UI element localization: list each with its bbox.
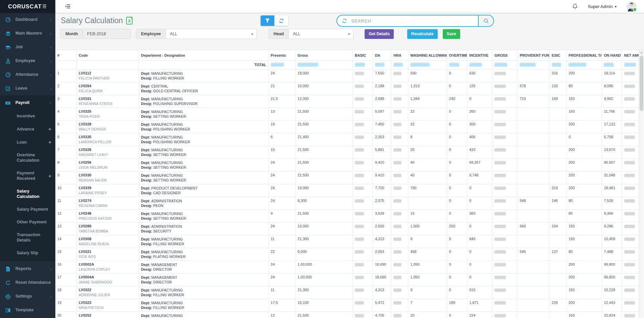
department-line: Dept: MANUFACTURING (141, 135, 266, 140)
cell-provident_fund: 545 (518, 248, 549, 261)
person-icon (5, 58, 11, 64)
column-header-overtime[interactable]: OVERTIME (447, 50, 467, 61)
sidebar-item-template[interactable]: Template (0, 303, 55, 317)
salary-table: #CodeDepartment - DesignationPresentsGro… (55, 50, 644, 318)
cell-hra (391, 133, 408, 146)
sidebar-subitem-incentive[interactable]: Incentive (0, 110, 55, 122)
search-input[interactable] (351, 18, 478, 24)
sidebar-item-reset-attendance[interactable]: Reset Attendance (0, 276, 55, 289)
sync-icon[interactable] (342, 18, 347, 23)
document-icon (5, 266, 11, 272)
employee-select[interactable]: ALL ▾ (166, 29, 257, 39)
cell-code: LV0322ADRIENNE JULIEN (76, 286, 139, 299)
sidebar-item-payroll[interactable]: Payroll› (0, 96, 55, 110)
column-header-esic[interactable]: ESIC (549, 50, 566, 61)
head-select[interactable]: ALL ▾ (289, 29, 353, 39)
cell-department-designation: Dept: MANUFACTURINGDesig: SETTING WORKER (139, 210, 268, 222)
sidebar-item-main-masters[interactable]: Main Masters› (0, 26, 55, 40)
redacted-value (393, 187, 401, 190)
redacted-value (494, 148, 506, 152)
redacted-value (624, 148, 635, 152)
cell-washing_allowance: 1,050 (408, 273, 447, 286)
sidebar-item-settings[interactable]: Settings› (0, 289, 55, 303)
sidebar-item-dashboard[interactable]: Dashboard› (0, 13, 55, 26)
cell-hra (391, 248, 408, 261)
sidebar-subitem-transaction-details[interactable]: Transaction Details (0, 228, 55, 247)
total-cell-basic (353, 61, 373, 69)
sidebar-toggle-icon[interactable] (65, 4, 71, 9)
column-header-incentive[interactable]: INCENTIVE (467, 50, 492, 61)
get-details-button[interactable]: Get Details (365, 29, 394, 39)
column-header-gross[interactable]: Gross (296, 50, 353, 61)
column-header-washing-allowance[interactable]: WASHING ALLOWANCE (408, 50, 447, 61)
column-header-presents[interactable]: Presents (268, 50, 295, 61)
cell-department-designation: Dept: CENTRALDesig: GOLD CENTRAL OFFICER (139, 82, 268, 95)
sidebar-item-employee[interactable]: Employee› (0, 54, 55, 68)
cell-da: 2,075 (373, 197, 391, 210)
cell-esic (549, 210, 566, 222)
column-header-no[interactable]: # (55, 50, 76, 61)
vertical-scrollbar[interactable]: ▲ (639, 50, 644, 318)
sidebar-item-leave[interactable]: Leave› (0, 82, 55, 95)
month-input[interactable]: FEB-2018 (83, 29, 130, 39)
designation-line: Desig: FILLING WORKER (141, 305, 266, 310)
column-header-professional-tax[interactable]: PROFESSIONAL TAX (567, 50, 602, 61)
title-row: Salary Calculation X (55, 14, 644, 28)
sidebar-subitem-salary-slip[interactable]: Salary Slip (0, 247, 55, 259)
column-header-gross-2[interactable]: GROSS (492, 50, 518, 61)
sidebar-subitem-salary-calculation[interactable]: Salary Calculation (0, 185, 55, 203)
cell-code: LV0248PRECIOUS KATZER (76, 210, 139, 222)
redacted-value (494, 123, 506, 126)
sidebar-subitem-payment-received[interactable]: Payment Received+ (0, 167, 55, 185)
save-button[interactable]: Save (443, 29, 460, 39)
sidebar-subitem-loan[interactable]: Loan+ (0, 136, 55, 149)
recalculate-button[interactable]: Recalculate (407, 29, 438, 39)
avatar[interactable] (627, 1, 637, 11)
cell-incentive: 845 (467, 235, 492, 248)
online-status-dot (633, 7, 637, 12)
column-header-provident-fund[interactable]: PROVIDENT FUND (518, 50, 549, 61)
scroll-up-arrow-icon[interactable]: ▲ (639, 50, 644, 55)
cell-provident_fund (518, 171, 549, 184)
cell-code: LV0323MINA PIETSCH (76, 299, 139, 312)
redacted-value (494, 199, 506, 203)
cell-on_hand: 99,800 (602, 273, 622, 286)
columns-icon (5, 307, 11, 313)
cell-incentive: 69,257 (467, 159, 492, 171)
sidebar-subitem-advance[interactable]: Advance+ (0, 122, 55, 136)
sidebar-subitem-other-payment[interactable]: Other Payment (0, 216, 55, 228)
cell-incentive: 1,671 (467, 299, 492, 312)
search-button[interactable] (478, 15, 493, 27)
export-excel-icon[interactable]: X (126, 17, 132, 24)
cell-row-number: 19 (55, 299, 76, 312)
sidebar-item-job[interactable]: Job› (0, 40, 55, 54)
cell-gross: 21,500 (296, 120, 353, 133)
redacted-value (624, 174, 635, 177)
column-header-hra[interactable]: HRA (391, 50, 408, 61)
cell-da: 5,881 (373, 146, 391, 159)
sidebar-subitem-salary-payment[interactable]: Salary Payment (0, 203, 55, 216)
employee-code: LV0335 (79, 135, 137, 139)
column-header-da[interactable]: DA (373, 50, 391, 61)
gauge-icon (5, 72, 11, 77)
total-cell-professional_tax (567, 61, 602, 69)
column-header-on-hand[interactable]: ON HAND (602, 50, 622, 61)
user-menu[interactable]: Super Admin ▾ (588, 4, 616, 9)
column-header-code[interactable]: Code (76, 50, 139, 61)
page-title: Salary Calculation X (61, 16, 132, 25)
cell-on_hand: 12,443 (602, 299, 622, 312)
sidebar-item-attendance[interactable]: Attendance› (0, 68, 55, 82)
cell-overtime: 0 (447, 133, 467, 146)
sidebar-subitem-overtime-calculation[interactable]: Overtime Calculation (0, 149, 55, 167)
refresh-button[interactable] (274, 15, 288, 26)
column-header-department-designation[interactable]: Department - Designation (139, 50, 268, 61)
column-header-basic[interactable]: BASIC (353, 50, 373, 61)
redacted-value (355, 288, 364, 292)
redacted-value (355, 225, 364, 228)
filter-button[interactable] (261, 15, 274, 26)
notifications-bell-icon[interactable] (572, 3, 578, 9)
scrollbar-thumb[interactable] (640, 56, 643, 111)
cell-incentive: 0 (467, 273, 492, 286)
cell-hra (391, 261, 408, 273)
sidebar-item-reports[interactable]: Reports› (0, 262, 55, 276)
